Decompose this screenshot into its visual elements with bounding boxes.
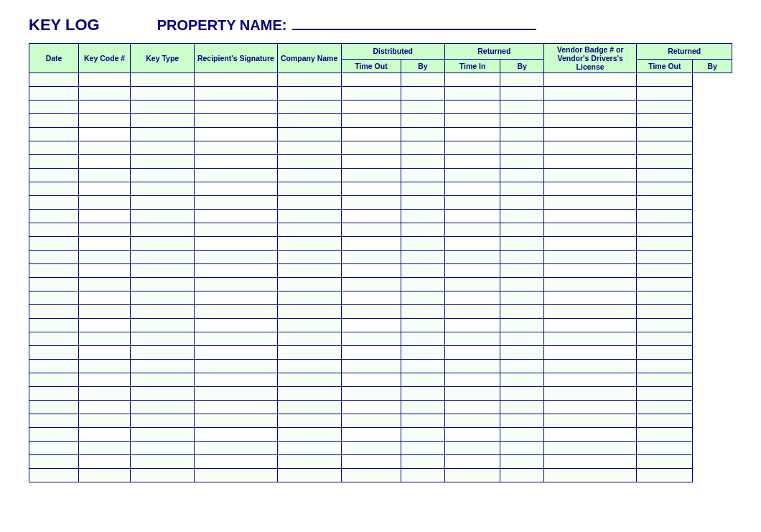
table-cell[interactable]: [131, 360, 195, 373]
table-cell[interactable]: [444, 141, 500, 155]
table-cell[interactable]: [401, 387, 444, 401]
table-cell[interactable]: [29, 182, 79, 196]
table-cell[interactable]: [500, 155, 543, 169]
table-cell[interactable]: [131, 428, 195, 442]
table-cell[interactable]: [29, 428, 79, 442]
table-cell[interactable]: [131, 319, 195, 332]
table-cell[interactable]: [277, 291, 341, 305]
table-cell[interactable]: [277, 237, 341, 251]
table-cell[interactable]: [341, 360, 401, 373]
table-cell[interactable]: [277, 319, 341, 332]
table-cell[interactable]: [341, 319, 401, 332]
table-cell[interactable]: [444, 428, 500, 442]
table-cell[interactable]: [79, 128, 131, 141]
table-cell[interactable]: [341, 264, 401, 278]
table-cell[interactable]: [444, 332, 500, 346]
table-cell[interactable]: [401, 114, 444, 128]
table-row[interactable]: [29, 101, 732, 114]
table-cell[interactable]: [29, 332, 79, 346]
table-cell[interactable]: [444, 319, 500, 332]
table-cell[interactable]: [543, 319, 637, 332]
table-cell[interactable]: [131, 442, 195, 455]
table-cell[interactable]: [401, 101, 444, 114]
table-cell[interactable]: [401, 291, 444, 305]
table-cell[interactable]: [543, 237, 637, 251]
table-cell[interactable]: [401, 373, 444, 387]
table-cell[interactable]: [500, 73, 543, 87]
table-cell[interactable]: [195, 387, 277, 401]
table-cell[interactable]: [543, 251, 637, 264]
table-cell[interactable]: [195, 428, 277, 442]
table-cell[interactable]: [195, 346, 277, 360]
table-row[interactable]: [29, 182, 732, 196]
table-cell[interactable]: [29, 196, 79, 210]
table-cell[interactable]: [637, 305, 693, 319]
table-cell[interactable]: [277, 101, 341, 114]
table-cell[interactable]: [79, 237, 131, 251]
table-cell[interactable]: [543, 401, 637, 414]
table-cell[interactable]: [195, 278, 277, 291]
table-cell[interactable]: [29, 442, 79, 455]
table-cell[interactable]: [401, 73, 444, 87]
table-cell[interactable]: [195, 169, 277, 182]
table-cell[interactable]: [637, 101, 693, 114]
table-cell[interactable]: [444, 87, 500, 101]
table-cell[interactable]: [401, 278, 444, 291]
table-cell[interactable]: [195, 305, 277, 319]
table-row[interactable]: [29, 469, 732, 482]
table-cell[interactable]: [29, 169, 79, 182]
table-cell[interactable]: [29, 251, 79, 264]
table-cell[interactable]: [277, 264, 341, 278]
table-cell[interactable]: [195, 114, 277, 128]
table-cell[interactable]: [195, 182, 277, 196]
table-cell[interactable]: [195, 141, 277, 155]
table-cell[interactable]: [341, 141, 401, 155]
table-cell[interactable]: [277, 428, 341, 442]
table-cell[interactable]: [131, 169, 195, 182]
table-cell[interactable]: [341, 442, 401, 455]
table-cell[interactable]: [79, 455, 131, 469]
table-cell[interactable]: [29, 319, 79, 332]
table-cell[interactable]: [341, 387, 401, 401]
table-cell[interactable]: [29, 360, 79, 373]
table-cell[interactable]: [195, 360, 277, 373]
table-cell[interactable]: [543, 169, 637, 182]
table-cell[interactable]: [277, 182, 341, 196]
table-cell[interactable]: [543, 428, 637, 442]
table-cell[interactable]: [341, 73, 401, 87]
table-cell[interactable]: [543, 210, 637, 223]
table-cell[interactable]: [543, 223, 637, 237]
table-cell[interactable]: [500, 291, 543, 305]
table-cell[interactable]: [543, 346, 637, 360]
table-cell[interactable]: [500, 332, 543, 346]
table-cell[interactable]: [543, 442, 637, 455]
table-cell[interactable]: [29, 223, 79, 237]
table-cell[interactable]: [500, 319, 543, 332]
table-cell[interactable]: [341, 196, 401, 210]
table-cell[interactable]: [79, 373, 131, 387]
table-cell[interactable]: [500, 360, 543, 373]
table-cell[interactable]: [277, 155, 341, 169]
table-cell[interactable]: [29, 401, 79, 414]
table-cell[interactable]: [277, 251, 341, 264]
table-cell[interactable]: [29, 387, 79, 401]
table-cell[interactable]: [637, 360, 693, 373]
table-cell[interactable]: [195, 373, 277, 387]
table-cell[interactable]: [79, 360, 131, 373]
table-cell[interactable]: [401, 128, 444, 141]
table-cell[interactable]: [401, 182, 444, 196]
table-cell[interactable]: [195, 414, 277, 428]
table-cell[interactable]: [131, 196, 195, 210]
table-cell[interactable]: [500, 196, 543, 210]
table-row[interactable]: [29, 373, 732, 387]
table-cell[interactable]: [131, 332, 195, 346]
table-cell[interactable]: [500, 414, 543, 428]
table-cell[interactable]: [341, 291, 401, 305]
table-cell[interactable]: [500, 428, 543, 442]
table-cell[interactable]: [543, 128, 637, 141]
table-cell[interactable]: [637, 373, 693, 387]
table-cell[interactable]: [277, 401, 341, 414]
table-cell[interactable]: [500, 114, 543, 128]
table-row[interactable]: [29, 442, 732, 455]
table-row[interactable]: [29, 210, 732, 223]
